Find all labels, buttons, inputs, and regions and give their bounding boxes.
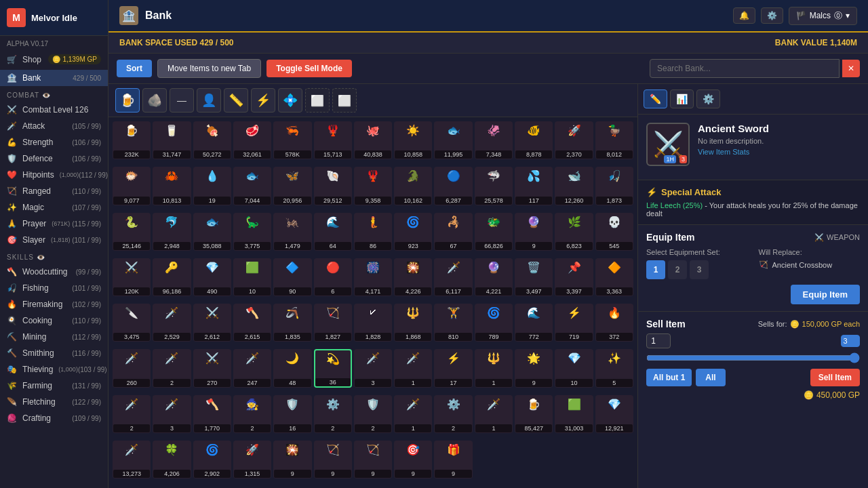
item-cell[interactable]: 🎣1,873 (595, 167, 633, 205)
item-cell[interactable]: 🔵6,287 (434, 167, 472, 205)
item-cell[interactable]: 🔱1,868 (394, 304, 432, 342)
fishing-nav-item[interactable]: 🎣 Fishing (101 / 99) (0, 280, 108, 296)
item-cell[interactable]: 🌿6,823 (555, 213, 593, 251)
item-cell[interactable]: 🐍25,146 (113, 213, 151, 251)
item-cell[interactable]: 🦞9,358 (354, 167, 392, 205)
tab-empty-1[interactable]: ⬜ (305, 88, 330, 113)
item-cell[interactable]: 💀545 (595, 213, 633, 251)
item-cell[interactable]: 🧜86 (354, 213, 392, 251)
item-cell[interactable]: 🌀2,902 (193, 441, 231, 479)
prayer-nav-item[interactable]: 🙏 Prayer (671K) (115 / 99) (0, 216, 108, 232)
sell-qty-right[interactable] (841, 335, 860, 347)
item-cell[interactable]: 🐟35,088 (193, 213, 231, 251)
item-cell[interactable]: 🚀2,370 (555, 121, 593, 159)
item-cell[interactable]: 🌀923 (394, 213, 432, 251)
item-cell[interactable]: ⚔️270 (193, 349, 231, 387)
search-clear-button[interactable]: ✕ (842, 60, 860, 77)
item-cell[interactable]: 🐋12,260 (555, 167, 593, 205)
search-input[interactable] (650, 59, 840, 78)
sell-all-button[interactable]: All (696, 369, 725, 386)
combat-level-item[interactable]: ⚔️ Combat Level 126 (0, 102, 108, 118)
sell-all-but-1-button[interactable]: All but 1 (646, 369, 692, 386)
slayer-nav-item[interactable]: 🎯 Slayer (1,818) (101 / 99) (0, 232, 108, 248)
item-cell[interactable]: 🦞15,713 (314, 121, 352, 159)
item-cell[interactable]: 🐙40,838 (354, 121, 392, 159)
set-btn-1[interactable]: 1 (646, 260, 665, 279)
item-cell[interactable]: 🐊10,162 (394, 167, 432, 205)
item-cell[interactable]: 🐠8,878 (515, 121, 553, 159)
item-cell[interactable]: 🛡️2 (354, 395, 392, 433)
tab-ore[interactable]: 🪨 (142, 88, 167, 113)
item-cell[interactable]: 🐟11,995 (434, 121, 472, 159)
item-cell[interactable]: ⚙️2 (314, 395, 352, 433)
item-cell[interactable]: 🌊772 (515, 304, 553, 342)
sell-quantity-slider[interactable] (646, 352, 860, 363)
item-cell[interactable]: 🦂67 (434, 213, 472, 251)
item-cell[interactable]: 🏋️810 (434, 304, 472, 342)
item-cell[interactable]: 🔷90 (273, 258, 311, 296)
item-cell[interactable]: 🌀789 (475, 304, 513, 342)
item-cell[interactable]: 🗡️2 (153, 349, 191, 387)
item-cell[interactable]: 🎇4,226 (394, 258, 432, 296)
tab-empty-2[interactable]: ⬜ (332, 88, 357, 113)
item-cell[interactable]: 🎁9 (434, 441, 472, 479)
settings-button[interactable]: ⚙️ (761, 7, 783, 24)
tab-gems[interactable]: 💠 (278, 88, 302, 113)
item-cell[interactable]: 🌊64 (314, 213, 352, 251)
hitpoints-nav-item[interactable]: ❤️ Hitpoints (1,000) (112 / 99) (0, 167, 108, 183)
strength-nav-item[interactable]: 💪 Strength (106 / 99) (0, 134, 108, 150)
right-tab-chart[interactable]: 📊 (670, 89, 694, 108)
item-cell[interactable]: 🗡️2,529 (153, 304, 191, 342)
right-tab-edit[interactable]: ✏️ (644, 89, 667, 108)
item-cell[interactable]: 💧19 (193, 167, 231, 205)
item-cell[interactable]: 🦆8,012 (595, 121, 633, 159)
item-cell[interactable]: 🚀1,315 (233, 441, 271, 479)
item-cell[interactable]: ✨5 (595, 349, 633, 387)
item-cell[interactable]: 🗡️247 (233, 349, 271, 387)
item-cell[interactable]: 🗡️13,273 (113, 441, 151, 479)
item-cell[interactable]: 💎490 (193, 258, 231, 296)
item-cell[interactable]: 🐡9,077 (113, 167, 151, 205)
item-cell[interactable]: 🥛31,747 (153, 121, 191, 159)
set-btn-3[interactable]: 3 (690, 260, 709, 279)
item-cell[interactable]: 💎12,921 (595, 395, 633, 433)
item-cell[interactable]: 💫36 (314, 349, 352, 387)
tab-weapons-slash[interactable]: — (170, 88, 194, 113)
equip-item-button[interactable]: Equip Item (791, 285, 860, 304)
item-cell[interactable]: 🍺232K (113, 121, 151, 159)
item-cell[interactable]: 🥩32,061 (233, 121, 271, 159)
item-cell[interactable]: 🔑96,186 (153, 258, 191, 296)
woodcutting-nav-item[interactable]: 🪓 Woodcutting (99 / 99) (0, 264, 108, 280)
notifications-button[interactable]: 🔔 (733, 7, 755, 24)
item-cell[interactable]: ⚡719 (555, 304, 593, 342)
item-cell[interactable]: 🏹9 (354, 441, 392, 479)
item-cell[interactable]: 🔴6 (314, 258, 352, 296)
item-cell[interactable]: 🦀10,813 (153, 167, 191, 205)
item-cell[interactable]: 🦑7,348 (475, 121, 513, 159)
item-cell[interactable]: ⚡17 (434, 349, 472, 387)
shop-item[interactable]: 🛒 Shop (7, 55, 44, 64)
tab-magic[interactable]: ⚡ (251, 88, 275, 113)
defence-nav-item[interactable]: 🛡️ Defence (106 / 99) (0, 150, 108, 167)
item-cell[interactable]: 🗡️3 (354, 349, 392, 387)
item-cell[interactable]: 🪓2,615 (233, 304, 271, 342)
item-cell[interactable]: 🗡️1 (475, 395, 513, 433)
item-cell[interactable]: 🔥372 (595, 304, 633, 342)
item-cell[interactable]: 🎆4,171 (354, 258, 392, 296)
mining-nav-item[interactable]: ⛏️ Mining (112 / 99) (0, 329, 108, 345)
item-cell[interactable]: 🗡️6,117 (434, 258, 472, 296)
fletching-nav-item[interactable]: 🪶 Fletching (122 / 99) (0, 394, 108, 410)
item-cell[interactable]: 🗡️260 (113, 349, 151, 387)
item-cell[interactable]: 🔪3,475 (113, 304, 151, 342)
item-cell[interactable]: 🏹9 (314, 441, 352, 479)
item-cell[interactable]: 🎇9 (273, 441, 311, 479)
item-cell[interactable]: 🪃1,835 (273, 304, 311, 342)
bank-nav-item[interactable]: 🏦 Bank 429 / 500 (0, 70, 108, 86)
right-tab-settings[interactable]: ⚙️ (696, 89, 720, 108)
cooking-nav-item[interactable]: 🍳 Cooking (110 / 99) (0, 312, 108, 329)
item-cell[interactable]: 🔮9 (515, 213, 553, 251)
item-cell[interactable]: 🐲66,826 (475, 213, 513, 251)
magic-nav-item[interactable]: ✨ Magic (107 / 99) (0, 199, 108, 216)
item-cell[interactable]: 🐟7,044 (233, 167, 271, 205)
item-cell[interactable]: 🍀4,206 (153, 441, 191, 479)
